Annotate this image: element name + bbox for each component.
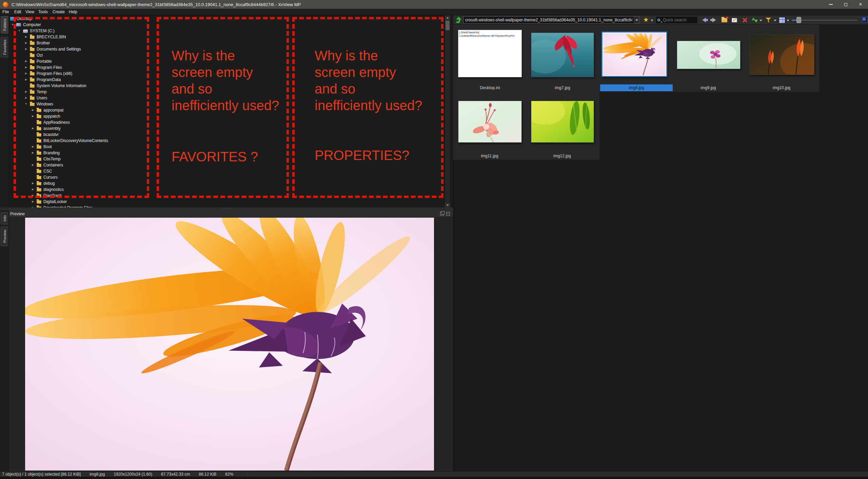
expand-arrow-icon[interactable]: ▶ [31, 125, 35, 132]
file-label[interactable]: img10.jpg [749, 85, 814, 91]
tree-item[interactable]: ▶Containers [9, 162, 439, 168]
expand-arrow-icon[interactable]: ▶ [24, 89, 28, 95]
minimize-button[interactable] [823, 0, 838, 9]
tree-item[interactable]: CSC [9, 168, 439, 174]
tree-item[interactable]: BitLockerDiscoveryVolumeContents [9, 138, 439, 144]
tree-item[interactable]: ▶Documents and Settings [9, 46, 439, 52]
tree-item[interactable]: System Volume Information [9, 83, 439, 89]
tree-item[interactable]: ▶debug [9, 180, 439, 186]
thumbnail-img11[interactable] [458, 101, 522, 143]
forward-button[interactable] [710, 16, 718, 24]
thumbnail-img9[interactable] [677, 41, 741, 69]
file-label[interactable]: img11.jpg [458, 154, 521, 159]
expand-arrow-icon[interactable]: ▶ [31, 199, 35, 205]
expand-arrow-icon[interactable]: ▶ [24, 46, 28, 52]
tree-item[interactable]: ▶Users [9, 95, 439, 101]
tree-item[interactable]: ▶appcompat [9, 107, 439, 113]
file-label-selected[interactable]: img8.jpg [600, 84, 673, 91]
preview-image[interactable] [25, 218, 434, 471]
new-folder-button[interactable] [721, 16, 728, 24]
delete-button[interactable] [741, 16, 748, 24]
expand-arrow-icon[interactable]: ▶ [24, 95, 28, 101]
tree-item[interactable]: ▶DigitalLocker [9, 199, 439, 205]
thumbnail-img8-selected[interactable] [601, 32, 667, 77]
filter-dropdown-icon[interactable] [774, 20, 776, 21]
layout-icon[interactable] [862, 17, 867, 22]
tree-item[interactable]: Cursors [9, 174, 439, 180]
quick-search-input[interactable] [662, 17, 693, 23]
tree-item[interactable]: ▶ProgramData [9, 77, 439, 83]
go-up-icon[interactable] [455, 16, 462, 24]
tab-folders[interactable]: Folders [1, 16, 8, 34]
thumbnail-img12[interactable] [531, 101, 594, 143]
expand-arrow-icon[interactable]: ▶ [31, 144, 35, 150]
file-label[interactable]: img12.jpg [531, 154, 593, 159]
address-bar[interactable] [463, 16, 639, 24]
expand-arrow-icon[interactable]: ▶ [24, 58, 28, 64]
tree-item[interactable]: ▶Portable [9, 58, 439, 64]
scroll-up-button[interactable] [445, 15, 450, 20]
tree-item[interactable]: ▶diagnostics [9, 186, 439, 193]
restore-button[interactable] [838, 0, 853, 9]
collapse-arrow-icon[interactable]: ▼ [10, 22, 15, 28]
undock-panel-icon[interactable] [440, 212, 444, 216]
sort-dropdown-icon[interactable] [760, 20, 762, 21]
thumbnail-img7[interactable] [531, 33, 594, 77]
slider-handle[interactable] [796, 17, 801, 23]
tree-item-windows[interactable]: ▼Windows [9, 101, 439, 107]
expand-arrow-icon[interactable]: ▶ [31, 180, 35, 186]
view-dropdown-icon[interactable] [787, 20, 789, 21]
expand-arrow-icon[interactable]: ▶ [31, 193, 35, 199]
tree-item[interactable]: CbsTemp [9, 156, 439, 162]
tree-item-desktop[interactable]: Desktop [9, 16, 439, 22]
expand-arrow-icon[interactable]: ▶ [31, 107, 35, 113]
address-dropdown-button[interactable] [634, 17, 639, 23]
view-mode-button[interactable] [778, 16, 786, 24]
tree-item[interactable]: ▶$RECYCLE.BIN [9, 34, 439, 40]
collapse-arrow-icon[interactable]: ▼ [24, 101, 28, 107]
menu-tools[interactable]: Tools [37, 9, 49, 15]
expand-arrow-icon[interactable]: ▶ [24, 71, 28, 77]
expand-arrow-icon[interactable]: ▶ [31, 186, 35, 193]
expand-arrow-icon[interactable]: ▶ [31, 162, 35, 168]
file-label[interactable]: img9.jpg [677, 85, 740, 91]
menu-edit[interactable]: Edit [13, 9, 23, 15]
tree-item[interactable]: bcastdvr [9, 132, 439, 138]
tab-info[interactable]: Info [1, 212, 8, 224]
tree-item[interactable]: ▶assembly [9, 125, 439, 132]
thumbnail-size-slider[interactable] [792, 20, 858, 21]
star-dropdown-icon[interactable] [651, 20, 653, 21]
close-button[interactable]: × [853, 0, 868, 9]
tab-favorites[interactable]: Favorites [1, 37, 8, 57]
tree-item[interactable]: Ozi [9, 52, 439, 58]
expand-arrow-icon[interactable]: ▶ [31, 150, 35, 156]
tree-scrollbar[interactable] [445, 15, 450, 207]
scroll-down-button[interactable] [445, 203, 450, 207]
filter-button[interactable] [765, 16, 772, 24]
sort-button[interactable] [751, 16, 758, 24]
thumbnail-desktop-ini[interactable]: [.ShellClassInfo] LocalizedResourceName=… [458, 30, 522, 77]
expand-arrow-icon[interactable]: ▶ [24, 40, 28, 46]
expand-arrow-icon[interactable]: ▶ [31, 113, 35, 119]
expand-arrow-icon[interactable]: ▶ [24, 77, 28, 83]
favorites-star-icon[interactable]: ★ [643, 16, 649, 23]
menu-create[interactable]: Create [51, 9, 66, 15]
tree-item[interactable]: ▶DiagTrack [9, 193, 439, 199]
tree-item[interactable]: ▶Branding [9, 150, 439, 156]
menu-view[interactable]: View [24, 9, 36, 15]
tab-preview[interactable]: Preview [1, 226, 8, 246]
file-label[interactable]: img7.jpg [531, 85, 594, 91]
tree-item[interactable]: AppReadiness [9, 119, 439, 125]
menu-file[interactable]: File [1, 9, 10, 15]
scrollbar-thumb[interactable] [446, 21, 450, 30]
tree-item[interactable]: ▶apppatch [9, 113, 439, 119]
file-label[interactable]: Desktop.ini [458, 85, 522, 91]
tree-item-computer[interactable]: ▼Computer [9, 22, 439, 28]
quick-search-box[interactable] [656, 16, 698, 24]
horizontal-splitter[interactable]: ······ [0, 207, 453, 210]
expand-arrow-icon[interactable]: ▶ [24, 34, 28, 40]
close-panel-icon[interactable]: × [446, 212, 450, 216]
tree-item[interactable]: ▶Temp [9, 89, 439, 95]
back-button[interactable] [700, 16, 708, 24]
expand-arrow-icon[interactable]: ▶ [31, 205, 35, 207]
